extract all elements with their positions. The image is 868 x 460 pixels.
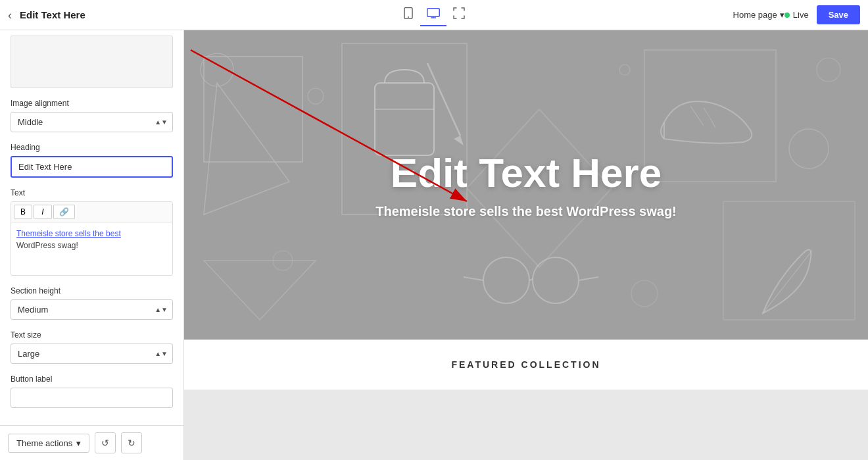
- text-label: Text: [11, 188, 173, 197]
- main-layout: Image alignment Top Middle Bottom ▲▼ Hea…: [0, 30, 868, 460]
- text-size-select-wrapper: Small Medium Large ▲▼: [11, 344, 173, 364]
- view-switcher: [397, 3, 471, 27]
- desktop-view-button[interactable]: [420, 4, 446, 26]
- preview-area: Edit Text Here Themeisle store sells the…: [184, 30, 868, 460]
- section-height-select-wrapper: Small Medium Large ▲▼: [11, 299, 173, 320]
- theme-actions-button[interactable]: Theme actions ▾: [8, 434, 89, 453]
- svg-rect-2: [427, 8, 440, 16]
- featured-section: FEATURED COLLECTION: [184, 340, 868, 390]
- text-editor-toolbar: B I 🔗: [11, 202, 172, 222]
- page-title: Edit Text Here: [20, 9, 720, 20]
- sidebar: Image alignment Top Middle Bottom ▲▼ Hea…: [0, 30, 184, 460]
- sidebar-content: Image alignment Top Middle Bottom ▲▼ Hea…: [0, 30, 183, 425]
- heading-label: Heading: [11, 143, 173, 152]
- hero-section: Edit Text Here Themeisle store sells the…: [184, 30, 868, 340]
- button-label-group: Button label: [11, 374, 173, 408]
- live-label: Live: [793, 10, 809, 20]
- text-editor-body[interactable]: Themeisle store sells the best WordPress…: [11, 222, 172, 275]
- italic-button[interactable]: I: [34, 205, 52, 219]
- text-editor: B I 🔗 Themeisle store sells the best Wor…: [11, 201, 173, 276]
- hero-heading: Edit Text Here: [375, 151, 677, 195]
- text-size-label: Text size: [11, 330, 173, 340]
- text-link[interactable]: Themeisle store sells the best: [16, 229, 121, 238]
- hero-content: Edit Text Here Themeisle store sells the…: [375, 151, 677, 218]
- text-size-select[interactable]: Small Medium Large: [11, 344, 173, 364]
- image-alignment-select-wrapper: Top Middle Bottom ▲▼: [11, 112, 173, 132]
- redo-icon: ↻: [128, 438, 135, 448]
- page-selector[interactable]: Home page ▾: [733, 10, 784, 20]
- heading-group: Heading: [11, 143, 173, 178]
- bold-button[interactable]: B: [14, 205, 32, 219]
- undo-icon: ↺: [101, 438, 109, 448]
- image-alignment-select[interactable]: Top Middle Bottom: [11, 112, 173, 132]
- svg-point-1: [408, 16, 409, 18]
- button-label-input[interactable]: [11, 388, 173, 408]
- header: ‹ Edit Text Here Home page ▾ Live Save: [0, 0, 868, 30]
- text-size-group: Text size Small Medium Large ▲▼: [11, 330, 173, 364]
- header-right: Live Save: [784, 5, 860, 24]
- text-rest: WordPress swag!: [16, 241, 78, 250]
- text-group: Text B I 🔗 Themeisle store sells the bes…: [11, 188, 173, 276]
- link-button[interactable]: 🔗: [53, 205, 75, 219]
- hero-subtext: Themeisle store sells the best WordPress…: [375, 204, 677, 219]
- fullscreen-view-button[interactable]: [446, 3, 471, 27]
- save-button[interactable]: Save: [817, 5, 860, 24]
- image-alignment-label: Image alignment: [11, 99, 173, 108]
- back-button[interactable]: ‹: [8, 9, 12, 21]
- image-placeholder: [11, 36, 173, 88]
- featured-title: FEATURED COLLECTION: [204, 359, 848, 370]
- mobile-view-button[interactable]: [397, 3, 420, 27]
- live-dot: [784, 13, 790, 18]
- live-indicator: Live: [784, 10, 809, 20]
- section-height-label: Section height: [11, 286, 173, 295]
- page-selector-label: Home page: [733, 10, 777, 20]
- heading-input[interactable]: [11, 156, 173, 178]
- page-selector-arrow: ▾: [780, 10, 784, 20]
- sidebar-footer: Theme actions ▾ ↺ ↻: [0, 425, 183, 460]
- theme-actions-arrow: ▾: [76, 438, 81, 448]
- theme-actions-label: Theme actions: [16, 438, 72, 448]
- section-height-select[interactable]: Small Medium Large: [11, 299, 173, 320]
- undo-button[interactable]: ↺: [95, 432, 116, 453]
- redo-button[interactable]: ↻: [121, 432, 142, 453]
- image-alignment-group: Image alignment Top Middle Bottom ▲▼: [11, 99, 173, 132]
- section-height-group: Section height Small Medium Large ▲▼: [11, 286, 173, 320]
- button-label-label: Button label: [11, 374, 173, 384]
